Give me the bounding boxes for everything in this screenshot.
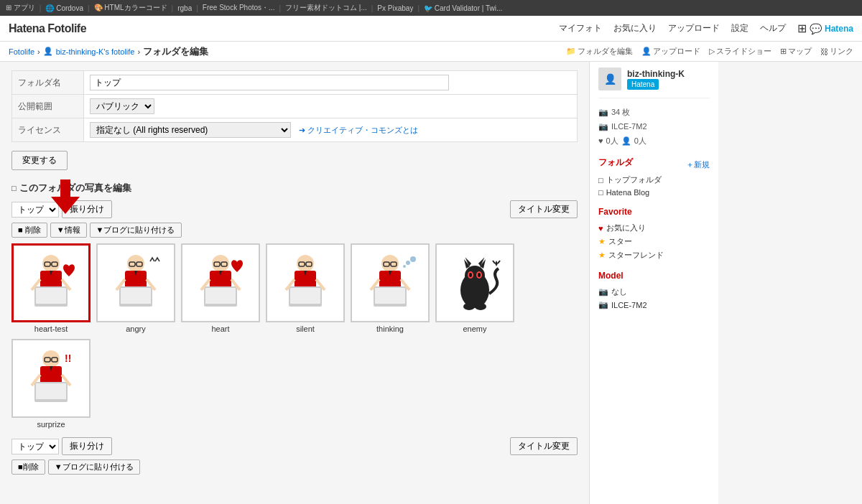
photo-label-heart-test: heart-test [11, 325, 91, 333]
sidebar-item-model-none[interactable]: 📷 なし [598, 285, 710, 299]
photo-item-silent[interactable]: silent [266, 243, 345, 333]
photo-thumb-heart [181, 243, 260, 322]
svg-text:!!: !! [65, 353, 71, 364]
browser-tab[interactable]: 🌐 Cordova [45, 4, 83, 12]
nav-links: マイフォト お気に入り アップロード 設定 ヘルプ ⊞ 💬 Hatena [559, 22, 853, 35]
breadcrumb-fotolife[interactable]: Fotolife [9, 47, 34, 56]
bottom-title-change-button[interactable]: タイトル変更 [510, 437, 578, 455]
breadcrumb-user-icon: 👤 [43, 47, 53, 56]
bottom-controls: トップ 振り分け タイトル変更 ■削除 ▼ブログに貼り付ける [11, 437, 578, 475]
photo-thumb-surprize: !! [11, 339, 91, 418]
nav-upload[interactable]: アップロード [668, 22, 720, 34]
photo-item-angry[interactable]: angry [96, 243, 175, 333]
nav-help[interactable]: ヘルプ [760, 22, 786, 34]
bottom-folder-dropdown[interactable]: トップ [11, 439, 59, 454]
sidebar-model: Model 📷 なし 📷 ILCE-7M2 [598, 271, 710, 311]
user-stats: 📷 34 枚 📷 ILCE-7M2 ♥ 0人 👤 0人 [598, 106, 710, 148]
sidebar: 👤 biz-thinking-K Hatena 📷 34 枚 📷 ILCE-7M… [589, 62, 718, 504]
photo-item-heart-test[interactable]: heart-test [11, 243, 91, 333]
photo-illustration-silent [273, 251, 338, 315]
photo-label-thinking: thinking [351, 325, 430, 333]
photo-item-enemy[interactable]: enemy [435, 243, 514, 333]
action-link[interactable]: ⛓ リンク [820, 46, 853, 57]
followers-stat: ♥ 0人 👤 0人 [598, 134, 710, 149]
nav-my-photos[interactable]: マイフォト [559, 22, 602, 34]
top-nav: Hatena Fotolife マイフォト お気に入り アップロード 設定 ヘル… [0, 16, 862, 42]
sidebar-item-star-friend[interactable]: ★ スターフレンド [598, 248, 710, 262]
browser-tab[interactable]: ⊞ アプリ [6, 3, 35, 13]
blog-post-button[interactable]: ▼ブログに貼り付ける [90, 223, 182, 238]
sidebar-item-star[interactable]: ★ スター [598, 235, 710, 248]
photo-illustration-thinking [358, 251, 422, 315]
svg-rect-24 [205, 288, 236, 304]
photo-item-thinking[interactable]: thinking [351, 243, 430, 333]
upload-icon: 👤 [641, 47, 652, 56]
section-header: このフォルダの写真を編集 [11, 182, 578, 195]
photos-stat: 📷 34 枚 [598, 106, 710, 120]
main-layout: フォルダ名 公開範囲 パブリック ライセンス 指定なし (All rights … [0, 62, 862, 504]
photo-label-angry: angry [96, 325, 175, 333]
camera-stat: 📷 ILCE-7M2 [598, 120, 710, 134]
photo-item-heart[interactable]: heart [181, 243, 260, 333]
browser-tab[interactable]: rgba [177, 4, 192, 12]
action-slideshow[interactable]: ▷ スライドショー [709, 46, 771, 57]
folder-name-input[interactable] [90, 75, 449, 90]
scope-select[interactable]: パブリック [90, 98, 154, 114]
title-change-button[interactable]: タイトル変更 [510, 200, 578, 218]
svg-point-44 [406, 261, 410, 265]
photo-illustration-heart-test [19, 251, 83, 315]
favorite-title: Favorite [598, 207, 710, 217]
browser-tab[interactable]: 🎨 HTMLカラーコード [94, 3, 167, 13]
photo-controls-wrapper: トップ 振り分け タイトル変更 ■ ■削除削除 ▼情報 [11, 200, 578, 238]
action-map[interactable]: ⊞ マップ [780, 46, 812, 57]
svg-rect-6 [36, 288, 66, 304]
photo-label-heart: heart [181, 325, 260, 333]
sidebar-item-hatena-blog[interactable]: □ Hatena Blog [598, 187, 710, 198]
breadcrumb-user[interactable]: biz-thinking-K's fotolife [56, 47, 135, 56]
folder-form: フォルダ名 公開範囲 パブリック ライセンス 指定なし (All rights … [11, 70, 578, 142]
bottom-blog-post-button[interactable]: ▼ブログに貼り付ける [48, 459, 140, 475]
star-icon: ★ [598, 237, 606, 246]
avatar: 👤 [598, 67, 621, 90]
bottom-controls-row2: ■削除 ▼ブログに貼り付ける [11, 459, 578, 475]
bottom-sort-button[interactable]: 振り分け [62, 437, 112, 455]
sidebar-item-okiniiri[interactable]: ♥ お気に入り [598, 221, 710, 235]
save-button[interactable]: 変更する [11, 151, 68, 170]
svg-rect-15 [121, 288, 151, 304]
model-title: Model [598, 271, 710, 281]
hatena-link[interactable]: Hatena [825, 24, 853, 34]
nav-settings[interactable]: 設定 [731, 22, 749, 34]
action-upload[interactable]: 👤 アップロード [641, 46, 700, 57]
photo-thumb-enemy [435, 243, 514, 322]
hatena-button[interactable]: Hatena [627, 79, 659, 90]
bottom-photo-controls: トップ 振り分け タイトル変更 [11, 437, 578, 455]
cc-link[interactable]: ➔ クリエイティブ・コモンズとは [299, 126, 418, 134]
browser-tab[interactable]: 🐦 Card Validator | Twi... [424, 4, 502, 12]
svg-line-54 [493, 261, 495, 263]
info-button[interactable]: ▼情報 [50, 223, 87, 238]
content: フォルダ名 公開範囲 パブリック ライセンス 指定なし (All rights … [0, 62, 589, 504]
photo-illustration-enemy [442, 251, 507, 315]
breadcrumb-actions: 📁 フォルダを編集 👤 アップロード ▷ スライドショー ⊞ マップ ⛓ リンク [566, 46, 853, 57]
bell-icon[interactable]: 💬 [810, 23, 822, 34]
sidebar-item-model-ilce[interactable]: 📷 ILCE-7M2 [598, 299, 710, 311]
sidebar-item-top-folder[interactable]: □ トップフォルダ [598, 173, 710, 187]
following-icon: 👤 [621, 134, 631, 149]
new-folder-btn[interactable]: ＋新規 [686, 159, 710, 170]
nav-favorites[interactable]: お気に入り [613, 22, 657, 34]
browser-tab[interactable]: Px Pixabay [377, 4, 413, 12]
arrow-head [51, 197, 80, 214]
camera-model-icon: 📷 [598, 120, 608, 134]
photo-illustration-heart [188, 251, 253, 315]
action-edit-folder[interactable]: 📁 フォルダを編集 [566, 46, 633, 57]
browser-tab[interactable]: Free Stock Photos・... [203, 3, 275, 13]
delete-button[interactable]: ■ ■削除削除 [11, 223, 47, 238]
svg-point-57 [475, 303, 486, 310]
svg-rect-42 [375, 288, 405, 304]
browser-tab[interactable]: フリー素材ドットコム |... [285, 3, 367, 13]
license-select[interactable]: 指定なし (All rights reserved) [90, 122, 291, 138]
photo-item-surprize[interactable]: !! surprize [11, 339, 91, 429]
bottom-delete-button[interactable]: ■削除 [11, 459, 45, 475]
star-friend-icon: ★ [598, 251, 606, 260]
grid-icon[interactable]: ⊞ [797, 22, 807, 35]
